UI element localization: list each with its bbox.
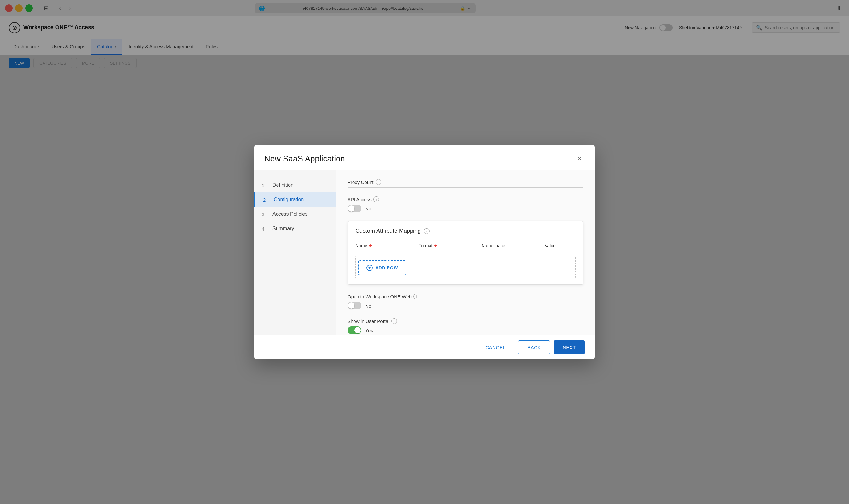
api-access-value: No <box>365 206 371 211</box>
step-summary[interactable]: 4 Summary <box>254 221 336 236</box>
api-access-toggle[interactable] <box>347 205 361 212</box>
add-row-label: ADD ROW <box>375 265 398 270</box>
step-access-policies[interactable]: 3 Access Policies <box>254 207 336 221</box>
show-user-portal-info-icon: i <box>391 318 397 324</box>
open-workspace-web-toggle[interactable] <box>347 302 361 309</box>
dialog-body: 1 Definition 2 Configuration 3 Access Po… <box>254 170 595 335</box>
dialog-footer: CANCEL BACK NEXT <box>254 335 595 359</box>
proxy-count-divider <box>347 187 583 188</box>
open-workspace-web-label: Open in Workspace ONE Web i <box>347 294 583 299</box>
new-saas-application-dialog: New SaaS Application × 1 Definition 2 Co… <box>254 145 595 359</box>
custom-attribute-mapping-section: Custom Attribute Mapping i Name ★ Format… <box>347 221 583 285</box>
col-header-namespace: Namespace <box>482 243 545 248</box>
api-access-group: API Access i No <box>347 197 583 212</box>
show-user-portal-label: Show in User Portal i <box>347 318 583 324</box>
proxy-count-info-icon: i <box>376 179 381 185</box>
add-row-button[interactable]: + ADD ROW <box>358 260 406 275</box>
open-workspace-web-value: No <box>365 303 371 308</box>
format-required-star: ★ <box>434 243 438 248</box>
proxy-count-label: Proxy Count i <box>347 179 583 185</box>
next-button[interactable]: NEXT <box>554 340 585 354</box>
attr-table-header: Name ★ Format ★ Namespace Value <box>356 241 576 252</box>
show-user-portal-group: Show in User Portal i Yes <box>347 318 583 334</box>
dialog-header: New SaaS Application × <box>254 145 595 170</box>
cam-info-icon: i <box>424 228 430 234</box>
proxy-count-group: Proxy Count i <box>347 179 583 188</box>
plus-icon: + <box>366 265 373 271</box>
col-header-format: Format ★ <box>418 243 482 248</box>
dialog-overlay: New SaaS Application × 1 Definition 2 Co… <box>0 0 849 504</box>
api-access-toggle-row: No <box>347 205 583 212</box>
show-user-portal-toggle[interactable] <box>347 326 361 334</box>
close-dialog-button[interactable]: × <box>575 154 585 164</box>
step-configuration[interactable]: 2 Configuration <box>254 192 336 207</box>
steps-sidebar: 1 Definition 2 Configuration 3 Access Po… <box>254 170 336 335</box>
open-workspace-web-group: Open in Workspace ONE Web i No <box>347 294 583 309</box>
dialog-title: New SaaS Application <box>264 154 345 164</box>
back-button[interactable]: BACK <box>518 340 550 354</box>
cam-header: Custom Attribute Mapping i <box>356 228 576 234</box>
show-user-portal-toggle-row: Yes <box>347 326 583 334</box>
cam-title: Custom Attribute Mapping <box>356 228 421 234</box>
show-user-portal-value: Yes <box>365 328 373 333</box>
open-workspace-web-info-icon: i <box>413 294 419 299</box>
cancel-button[interactable]: CANCEL <box>476 340 514 354</box>
col-header-name: Name ★ <box>356 243 418 248</box>
step-definition[interactable]: 1 Definition <box>254 178 336 192</box>
dialog-content: Proxy Count i API Access i No <box>336 170 595 335</box>
api-access-label: API Access i <box>347 197 583 202</box>
col-header-value: Value <box>545 243 576 248</box>
attr-rows-area: + ADD ROW <box>356 256 576 278</box>
open-workspace-web-toggle-row: No <box>347 302 583 309</box>
name-required-star: ★ <box>368 243 373 248</box>
api-access-info-icon: i <box>374 197 379 202</box>
